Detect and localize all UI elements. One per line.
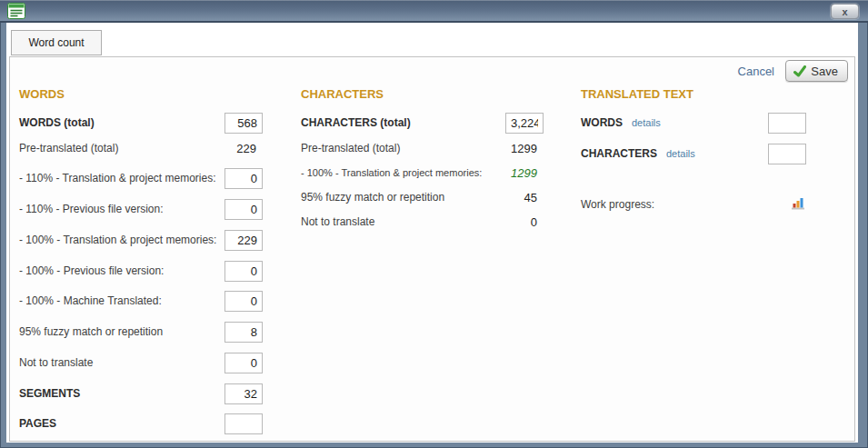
row-words-100-machine: - 100% - Machine Translated:	[19, 290, 263, 312]
chars-pretranslated-value: 1299	[511, 142, 544, 155]
row-chars-pretranslated: Pre-translated (total) 1299	[301, 137, 544, 159]
words-100-memories-input[interactable]	[224, 230, 263, 251]
save-button-label: Save	[811, 65, 838, 78]
words-110-previous-label: - 110% - Previous file version:	[19, 203, 164, 215]
row-chars-total: CHARACTERS (total)	[301, 112, 544, 134]
translated-text-column: TRANSLATED TEXT WORDS details CHARACTERS…	[581, 57, 806, 441]
words-total-label: WORDS (total)	[19, 116, 95, 129]
translated-words-details-link[interactable]: details	[632, 117, 661, 128]
row-chars-fuzzy: 95% fuzzy match or repetition 45	[301, 186, 544, 208]
translated-characters-label: CHARACTERS	[581, 147, 657, 160]
translated-text-header: TRANSLATED TEXT	[581, 87, 693, 101]
translated-characters-details-link[interactable]: details	[666, 148, 695, 159]
characters-column: CHARACTERS CHARACTERS (total) Pre-transl…	[301, 57, 544, 441]
translated-characters-input[interactable]	[768, 144, 806, 164]
row-words-110-previous: - 110% - Previous file version:	[19, 198, 263, 220]
pages-label: PAGES	[19, 417, 56, 430]
close-button[interactable]: x	[831, 4, 859, 19]
characters-column-header: CHARACTERS	[301, 87, 384, 101]
segments-label: SEGMENTS	[19, 387, 80, 400]
row-words-100-previous: - 100% - Previous file version:	[19, 260, 263, 282]
words-not-translate-label: Not to translate	[19, 356, 93, 369]
chars-total-input[interactable]	[505, 113, 544, 134]
chars-total-label: CHARACTERS (total)	[301, 116, 411, 129]
words-100-machine-label: - 100% - Machine Translated:	[19, 294, 162, 307]
words-110-memories-label: - 110% - Translation & project memories:	[19, 172, 216, 184]
words-100-memories-label: - 100% - Translation & project memories:	[19, 234, 216, 246]
chars-not-translate-label: Not to translate	[301, 215, 374, 228]
words-pretranslated-value: 229	[236, 142, 263, 155]
row-segments: SEGMENTS	[19, 383, 263, 404]
words-100-previous-label: - 100% - Previous file version:	[19, 264, 164, 277]
words-column-header: WORDS	[19, 87, 65, 101]
row-chars-not-translate: Not to translate 0	[301, 211, 544, 233]
segments-input[interactable]	[224, 383, 263, 404]
words-110-previous-input[interactable]	[224, 199, 263, 220]
tab-label: Word count	[28, 36, 84, 49]
content-panel: Cancel Save WORDS WORDS (total) Pre-tran…	[9, 56, 855, 442]
translated-words-label: WORDS	[581, 116, 623, 129]
chars-pretranslated-label: Pre-translated (total)	[301, 142, 400, 154]
words-100-previous-input[interactable]	[224, 261, 263, 282]
row-pages: PAGES	[19, 413, 263, 434]
chars-fuzzy-label: 95% fuzzy match or repetition	[301, 191, 444, 204]
words-fuzzy-input[interactable]	[224, 322, 263, 343]
row-words-fuzzy: 95% fuzzy match or repetition	[19, 321, 263, 343]
row-words-110-memories: - 110% - Translation & project memories:	[19, 167, 263, 189]
row-words-pretranslated: Pre-translated (total) 229	[19, 137, 263, 159]
words-110-memories-input[interactable]	[224, 168, 263, 189]
row-work-progress: Work progress:	[581, 194, 806, 215]
words-total-input[interactable]	[224, 113, 263, 134]
row-words-not-translate: Not to translate	[19, 352, 263, 373]
row-translated-words: WORDS details	[581, 112, 806, 134]
word-count-dialog: x Word count Cancel Save WORDS WORDS (to…	[0, 0, 868, 448]
words-100-machine-input[interactable]	[224, 291, 263, 312]
words-fuzzy-label: 95% fuzzy match or repetition	[19, 325, 163, 338]
words-not-translate-input[interactable]	[224, 353, 263, 373]
row-words-total: WORDS (total)	[19, 112, 263, 134]
titlebar: x	[0, 0, 868, 23]
bar-chart-icon[interactable]	[790, 196, 806, 213]
row-chars-100-memories: - 100% - Translation & project memories:…	[301, 162, 544, 184]
chars-100-memories-label: - 100% - Translation & project memories:	[301, 167, 482, 178]
tab-word-count[interactable]: Word count	[11, 30, 102, 55]
pages-input[interactable]	[224, 413, 263, 434]
words-pretranslated-label: Pre-translated (total)	[19, 142, 118, 154]
row-translated-characters: CHARACTERS details	[581, 143, 806, 164]
translated-words-input[interactable]	[768, 113, 806, 134]
form-window-icon	[7, 3, 25, 19]
words-column: WORDS WORDS (total) Pre-translated (tota…	[19, 57, 263, 441]
chars-fuzzy-value: 45	[524, 191, 544, 204]
row-words-100-memories: - 100% - Translation & project memories:	[19, 229, 263, 251]
chars-not-translate-value: 0	[531, 215, 544, 229]
dialog-surface: Word count Cancel Save WORDS WORDS (tota…	[6, 23, 858, 443]
chars-100-memories-value: 1299	[511, 166, 544, 180]
work-progress-label: Work progress:	[581, 198, 654, 211]
